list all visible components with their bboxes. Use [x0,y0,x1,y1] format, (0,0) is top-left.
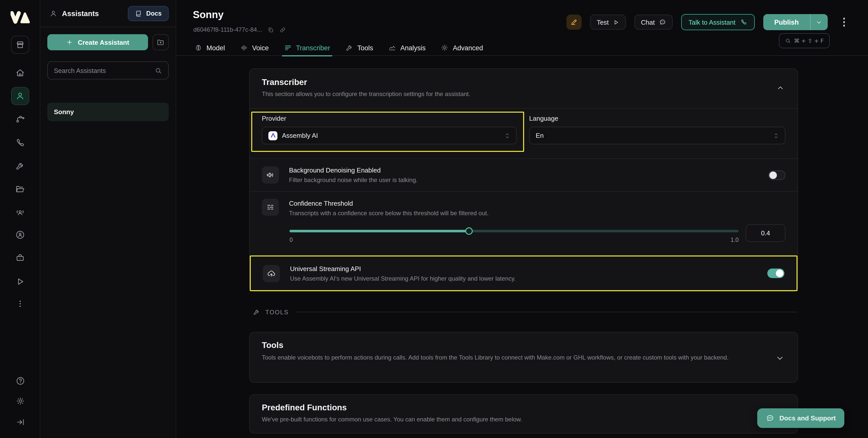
help-icon [16,376,25,385]
assistant-id: d60467f8-111b-477c-84... [193,26,262,33]
voice-library-icon [15,230,25,240]
tab-analysis[interactable]: Analysis [388,40,426,56]
sidebar-item-voice-library[interactable] [11,226,29,244]
link-icon[interactable] [280,26,286,33]
denoising-toggle[interactable] [768,170,785,180]
collapse-sidebar-button[interactable] [11,413,29,431]
cloud-upload-icon [263,265,280,282]
copy-icon[interactable] [268,26,274,33]
chart-icon [388,44,396,52]
sidebar-item-tools[interactable] [11,157,29,175]
search-assistants-input[interactable] [54,67,155,74]
transcriber-card-header[interactable]: Transcriber This section allows you to c… [250,69,798,109]
confidence-title: Confidence Threshold [289,200,489,207]
provider-select[interactable]: Assembly AI [262,127,517,144]
test-button[interactable]: Test [590,14,626,30]
sidebar-item-more[interactable] [11,295,29,313]
sidebar-item-home[interactable] [11,64,29,82]
tools-section-divider: TOOLS [253,308,798,316]
provider-field: Provider Assembly AI [262,115,517,159]
assistant-id-row: d60467f8-111b-477c-84... [193,26,286,33]
tab-voice[interactable]: Voice [240,40,269,56]
wrench-icon [15,161,25,171]
sidebar-item-workflows[interactable] [11,110,29,128]
community-icon [15,207,25,217]
confidence-slider-block: 0 1.0 0.4 [289,221,785,252]
assembly-ai-logo [268,131,277,140]
wrench-icon [253,308,260,316]
sidebar-item-playground[interactable] [11,273,29,291]
expand-chevron-down-icon[interactable] [775,353,784,363]
docs-and-support-button[interactable]: Docs and Support [757,408,844,428]
denoising-description: Filter background noise while the user i… [289,176,417,183]
language-select[interactable]: En [529,127,785,144]
phone-icon [15,138,25,148]
slider-knob[interactable] [465,227,473,235]
new-folder-button[interactable] [153,34,169,50]
confidence-value-input[interactable]: 0.4 [746,224,785,242]
slider-min-label: 0 [289,237,293,243]
publish-dropdown-button[interactable] [810,14,828,30]
phone-call-icon [740,19,747,26]
talk-to-assistant-button[interactable]: Talk to Assistant [681,14,754,30]
pencil-icon [570,18,578,26]
confidence-slider[interactable] [289,230,739,232]
tab-advanced[interactable]: Advanced [441,40,483,56]
sidebar-item-community[interactable] [11,203,29,221]
tab-tools[interactable]: Tools [345,40,373,56]
workspace-switcher[interactable] [11,36,29,54]
folder-plus-icon [157,38,165,46]
panel-title: Assistants [62,9,99,18]
predefined-functions-card[interactable]: Predefined Functions We've pre-built fun… [249,394,798,434]
more-dots-icon [15,299,25,309]
chat-button[interactable]: Chat [634,14,673,30]
streaming-toggle[interactable] [767,269,784,278]
chat-code-icon [766,414,774,423]
plus-icon [66,39,73,46]
config-tabs: Model Voice Transcriber Tools Analysis A… [176,40,868,56]
select-chevrons-icon [773,132,779,139]
filter-lines-icon [262,199,279,216]
slider-max-label: 1.0 [731,237,739,243]
more-options-button[interactable] [841,16,847,29]
streaming-description: Use Assembly AI's new Universal Streamin… [290,275,516,282]
assistants-panel: Assistants Docs Create Assistant [40,0,176,438]
play-icon [15,277,25,287]
sidebar-item-vault[interactable] [11,248,29,267]
sidebar-item-phone-numbers[interactable] [11,134,29,152]
header-actions: Test Chat Talk to Assistant Publish [566,14,847,30]
confidence-row: Confidence Threshold Transcripts with a … [250,192,798,256]
create-assistant-button[interactable]: Create Assistant [47,34,148,50]
content-scroll-area[interactable]: Transcriber This section allows you to c… [176,55,868,438]
help-button[interactable] [11,372,29,390]
docs-button[interactable]: Docs [128,6,169,21]
assistants-panel-header: Assistants Docs [40,0,176,27]
search-assistants-box [47,61,169,79]
collapse-chevron-up-icon[interactable] [776,84,784,92]
section-description: This section allows you to configure the… [262,91,785,98]
tools-divider-label: TOOLS [265,308,289,315]
predefined-description: We've pre-built functions for common use… [262,416,785,423]
page-title: Sonny [193,9,223,21]
assistants-header-icon [49,9,57,18]
language-value: En [536,132,544,139]
main-area: Sonny d60467f8-111b-477c-84... Test Chat… [176,0,868,438]
sidebar-item-files[interactable] [11,180,29,198]
streaming-row-highlighted: Universal Streaming API Use Assembly AI'… [250,256,798,291]
edit-button[interactable] [566,14,582,30]
tab-model[interactable]: Model [194,40,225,56]
settings-button[interactable] [11,392,29,410]
sidebar-item-assistants[interactable] [11,87,29,105]
confidence-description: Transcripts with a confidence score belo… [289,210,489,217]
publish-button[interactable]: Publish [763,14,828,30]
brain-icon [194,44,203,52]
search-icon [155,67,162,74]
assistant-list-item-sonny[interactable]: Sonny [47,103,169,121]
tab-transcriber[interactable]: Transcriber [284,40,330,56]
brand-logo[interactable] [10,11,30,25]
app-window: Assistants Docs Create Assistant [0,0,868,438]
tools-card[interactable]: Tools Tools enable voicebots to perform … [249,332,798,383]
language-field: Language En [529,115,785,159]
tools-card-description: Tools enable voicebots to perform action… [262,353,765,362]
wrench-icon [345,44,353,52]
